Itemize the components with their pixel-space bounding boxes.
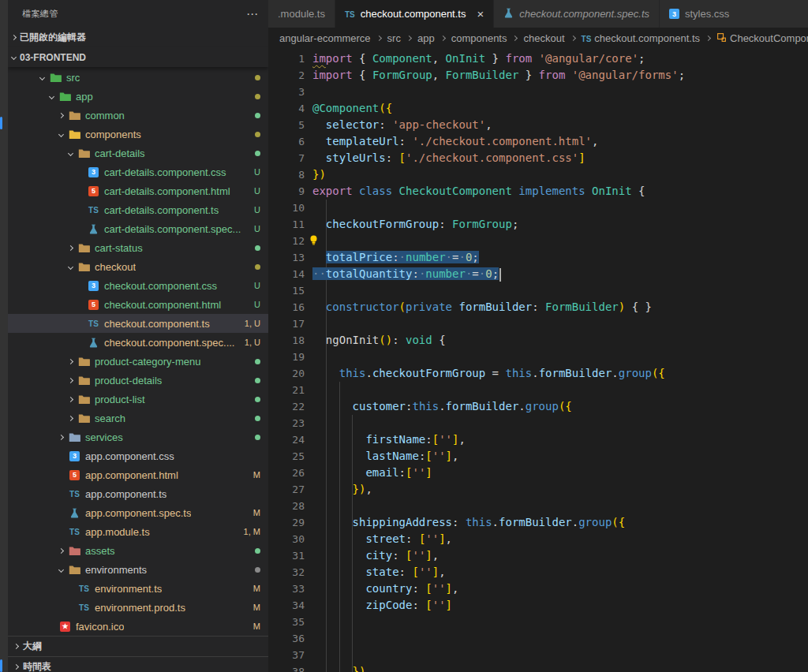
tree-item-common[interactable]: common [8,106,268,125]
tree-chevron[interactable] [55,435,67,439]
tree-chevron[interactable] [65,265,77,269]
breadcrumb-item-checkoutcomponent[interactable]: CheckoutComponent [716,32,808,45]
tree-item-components[interactable]: components [8,125,268,144]
code-line-32[interactable]: 32 state: [''], [268,564,808,581]
breadcrumb-item-src[interactable]: src [387,32,401,44]
outline-section[interactable]: 大綱 [8,636,268,656]
tree-item-app-component-css[interactable]: 3app.component.css [8,446,268,465]
timeline-section[interactable]: 時間表 [8,656,268,672]
tab-checkout-component-ts[interactable]: TScheckout.component.ts× [335,0,494,28]
code-line-6[interactable]: 6 templateUrl: './checkout.component.htm… [268,133,808,150]
lightbulb-icon[interactable] [308,234,320,249]
tree-chevron[interactable] [55,568,67,572]
tree-chevron[interactable] [55,133,67,136]
code-line-38[interactable]: 38 }) [268,663,808,672]
code-line-20[interactable]: 20 this.checkoutFormGroup = this.formBui… [268,365,808,382]
code-line-10[interactable]: 10 [268,200,808,216]
code-line-33[interactable]: 33 country: [''], [268,581,808,597]
code-line-22[interactable]: 22 customer:this.formBuilder.group({ [268,398,808,415]
code-line-24[interactable]: 24 firstName:[''], [268,431,808,448]
tab-styles-css[interactable]: 3styles.css [660,0,808,28]
code-line-9[interactable]: 9export class CheckoutComponent implemen… [268,183,808,200]
tree-item-checkout[interactable]: checkout [8,257,268,276]
code-line-18[interactable]: 18 ngOnInit(): void { [268,332,808,349]
activity-bar-sliver[interactable] [0,0,8,672]
explorer-actions-icon[interactable]: ⋯ [246,7,259,21]
tree-item-checkout-component-spec[interactable]: checkout.component.spec....1, U [8,333,268,352]
tree-item-cart-details-component-ts[interactable]: TScart-details.component.tsU [8,200,268,219]
tree-item-src[interactable]: src [8,68,268,87]
tree-item-product-details[interactable]: product-details [8,371,268,390]
code-line-34[interactable]: 34 zipCode: [''] [268,597,808,614]
breadcrumb-item-checkout[interactable]: checkout [523,32,564,44]
open-editors-section[interactable]: 已開啟的編輯器 [8,28,268,47]
code-line-37[interactable]: 37 [268,647,808,663]
tree-item-cart-status[interactable]: cart-status [8,238,268,257]
tree-chevron[interactable] [55,549,67,553]
project-section-header[interactable]: 03-FRONTEND [8,47,268,67]
tree-item-app-component-ts[interactable]: TSapp.component.ts [8,484,268,503]
tree-item-assets[interactable]: assets [8,541,268,560]
tree-chevron[interactable] [65,151,77,155]
tree-item-checkout-component-css[interactable]: 3checkout.component.cssU [8,276,268,295]
tree-item-search[interactable]: search [8,409,268,427]
tab-checkout-component-spec-ts[interactable]: checkout.component.spec.ts [494,0,660,28]
tree-chevron[interactable] [55,114,67,118]
code-line-1[interactable]: 1import { Component, OnInit } from '@ang… [268,50,808,67]
breadcrumb-item-checkout-component-ts[interactable]: TScheckout.component.ts [582,32,700,44]
tree-item-environment-prod-ts[interactable]: TSenvironment.prod.tsM [8,598,268,617]
tree-item-favicon-ico[interactable]: ★favicon.icoM [8,617,268,636]
code-line-7[interactable]: 7 styleUrls: ['./checkout.component.css'… [268,150,808,166]
code-line-14[interactable]: 14··totalQuantity:·number·=·0; [268,266,808,282]
tree-item-environments[interactable]: environments [8,560,268,579]
code-line-11[interactable]: 11 checkoutFormGroup: FormGroup; [268,216,808,233]
tree-item-checkout-component-html[interactable]: 5checkout.component.htmlU [8,295,268,314]
breadcrumb-item-components[interactable]: components [451,32,507,44]
tree-item-checkout-component-ts[interactable]: TScheckout.component.ts1, U [8,314,268,333]
code-line-16[interactable]: 16 constructor(private formBuilder: Form… [268,299,808,315]
close-icon[interactable]: × [477,8,484,20]
code-line-31[interactable]: 31 city: [''], [268,547,808,564]
code-line-19[interactable]: 19 [268,349,808,365]
code-line-36[interactable]: 36 [268,630,808,647]
tree-chevron[interactable] [46,95,58,99]
code-line-13[interactable]: 13 totalPrice:·number·=·0; [268,249,808,266]
tree-chevron[interactable] [65,246,77,250]
code-line-30[interactable]: 30 street: [''], [268,531,808,547]
code-line-21[interactable]: 21 [268,382,808,398]
breadcrumb-item-angular-ecommerce[interactable]: angular-ecommerce [279,32,371,44]
code-line-35[interactable]: 35 [268,614,808,630]
tree-item-environment-ts[interactable]: TSenvironment.tsM [8,579,268,598]
tree-item-product-category-menu[interactable]: product-category-menu [8,352,268,371]
tree-chevron[interactable] [65,379,77,383]
code-line-5[interactable]: 5 selector: 'app-checkout', [268,117,808,133]
code-line-17[interactable]: 17 [268,315,808,332]
code-line-28[interactable]: 28 [268,498,808,514]
code-line-8[interactable]: 8}) [268,166,808,183]
code-area[interactable]: 1import { Component, OnInit } from '@ang… [268,49,808,672]
tree-item-cart-details-component-css[interactable]: 3cart-details.component.cssU [8,162,268,181]
code-line-4[interactable]: 4@Component({ [268,100,808,117]
tab-module-ts[interactable]: .module.ts [268,0,335,28]
tree-item-app-component-html[interactable]: 5app.component.htmlM [8,465,268,484]
code-line-23[interactable]: 23 [268,415,808,431]
code-line-27[interactable]: 27 }), [268,481,808,498]
tree-chevron[interactable] [65,416,77,420]
tree-item-cart-details[interactable]: cart-details [8,144,268,162]
code-line-29[interactable]: 29 shippingAddress: this.formBuilder.gro… [268,514,808,531]
tree-chevron[interactable] [65,360,77,364]
code-line-3[interactable]: 3 [268,84,808,100]
tree-item-app[interactable]: app [8,87,268,106]
tree-item-product-list[interactable]: product-list [8,390,268,409]
breadcrumb-item-app[interactable]: app [417,32,435,44]
code-line-15[interactable]: 15 [268,282,808,299]
tree-item-app-module-ts[interactable]: TSapp.module.ts1, M [8,522,268,541]
tree-item-cart-details-component-spec[interactable]: cart-details.component.spec...U [8,219,268,238]
tree-chevron[interactable] [36,76,48,80]
code-line-2[interactable]: 2import { FormGroup, FormBuilder } from … [268,67,808,84]
code-editor[interactable]: 1import { Component, OnInit } from '@ang… [268,49,808,672]
code-line-12[interactable]: 12 [268,233,808,249]
tree-item-app-component-spec-ts[interactable]: app.component.spec.tsM [8,503,268,522]
code-line-25[interactable]: 25 lastName:[''], [268,448,808,465]
code-line-26[interactable]: 26 email:[''] [268,465,808,481]
